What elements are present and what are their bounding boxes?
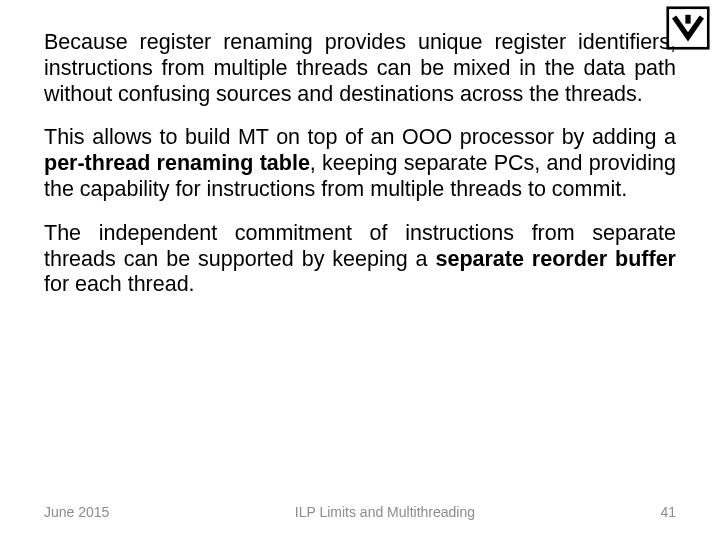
footer-date: June 2015	[44, 504, 109, 520]
footer: June 2015 ILP Limits and Multithreading …	[44, 504, 676, 520]
text: for each thread.	[44, 272, 195, 296]
bold-text: separate reorder buffer	[435, 247, 676, 271]
content-area: Because register renaming provides uniqu…	[44, 30, 676, 316]
paragraph-3: The independent commitment of instructio…	[44, 221, 676, 298]
paragraph-2: This allows to build MT on top of an OOO…	[44, 125, 676, 202]
slide: Because register renaming provides uniqu…	[0, 0, 720, 540]
svg-rect-1	[685, 15, 690, 24]
footer-page-number: 41	[660, 504, 676, 520]
text: This allows to build MT on top of an OOO…	[44, 125, 676, 149]
text: Because register renaming provides uniqu…	[44, 30, 676, 106]
footer-title: ILP Limits and Multithreading	[109, 504, 660, 520]
paragraph-1: Because register renaming provides uniqu…	[44, 30, 676, 107]
bold-text: per-thread renaming table	[44, 151, 310, 175]
